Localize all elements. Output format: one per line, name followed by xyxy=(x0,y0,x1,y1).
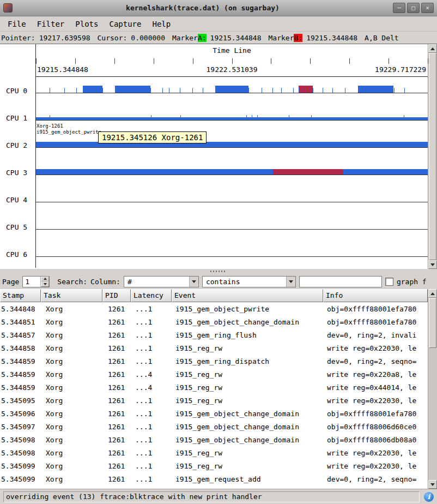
event-tick xyxy=(50,170,50,175)
table-row[interactable]: 5.344857Xorg1261...1i915_gem_ring_flushd… xyxy=(0,328,428,341)
cpu-plot[interactable] xyxy=(35,213,428,241)
page-input[interactable] xyxy=(23,277,40,287)
table-row[interactable]: 5.345098Xorg1261...1i915_reg_rwwrite reg… xyxy=(0,446,428,459)
menu-item-filter[interactable]: Filter xyxy=(32,18,70,30)
titlebar[interactable]: kernelshark(trace.dat) (on sugarbay) ─ □… xyxy=(0,0,437,16)
table-cell: Xorg xyxy=(41,370,102,379)
event-tick xyxy=(50,88,50,93)
table-scroll-thumb[interactable] xyxy=(429,298,436,348)
table-cell: i915_gem_request_add xyxy=(172,475,323,483)
task-bar[interactable] xyxy=(299,86,313,93)
menu-item-file[interactable]: File xyxy=(2,18,32,30)
table-body[interactable]: 5.344848Xorg1261...1i915_gem_object_pwri… xyxy=(0,302,428,489)
graph-scroll-track[interactable] xyxy=(428,53,437,260)
task-bar[interactable] xyxy=(115,86,150,93)
table-vscrollbar[interactable] xyxy=(428,289,437,489)
minimize-button[interactable]: ─ xyxy=(393,3,405,13)
task-bar[interactable] xyxy=(272,169,343,175)
table-row[interactable]: 5.345096Xorg1261...1i915_gem_object_chan… xyxy=(0,407,428,420)
table-row[interactable]: 5.344859Xorg1261...1i915_gem_ring_dispat… xyxy=(0,355,428,368)
menu-item-plots[interactable]: Plots xyxy=(70,18,104,30)
table-row[interactable]: 5.344848Xorg1261...1i915_gem_object_pwri… xyxy=(0,302,428,315)
cpu-plots: CPU 0CPU 1CPU 2CPU 3CPU 4CPU 5CPU 6 xyxy=(0,77,428,268)
table-cell: i915_reg_rw xyxy=(172,344,323,352)
time-axis-tick xyxy=(114,58,115,64)
event-tick xyxy=(203,88,203,93)
table-row[interactable]: 5.345097Xorg1261...1i915_gem_object_chan… xyxy=(0,420,428,433)
cpu-plot[interactable] xyxy=(35,104,428,131)
scroll-down-icon[interactable] xyxy=(428,480,437,489)
cpu-plot[interactable] xyxy=(35,241,428,268)
cpu-row: CPU 5 xyxy=(0,213,428,241)
search-bar: Page Search: Column: # contains graph f xyxy=(0,274,437,289)
event-tick xyxy=(215,88,216,93)
table-scroll-track[interactable] xyxy=(428,298,437,480)
task-bar[interactable] xyxy=(36,117,428,120)
graph-scroll-thumb[interactable] xyxy=(429,53,436,260)
table-row[interactable]: 5.344851Xorg1261...1i915_gem_object_chan… xyxy=(0,315,428,328)
task-bar[interactable] xyxy=(83,86,102,93)
cpu-plot[interactable] xyxy=(35,159,428,186)
spin-down-icon[interactable] xyxy=(41,281,49,287)
table-cell: i915_gem_ring_dispatch xyxy=(172,357,323,365)
column-header-event[interactable]: Event xyxy=(172,289,323,302)
spin-up-icon[interactable] xyxy=(41,277,49,282)
graph-follows-checkbox[interactable] xyxy=(385,278,393,286)
info-icon[interactable]: i xyxy=(424,492,434,502)
table-cell: Xorg xyxy=(41,475,102,483)
task-bar[interactable] xyxy=(36,169,428,175)
table-row[interactable]: 5.344858Xorg1261...1i915_reg_rwwrite reg… xyxy=(0,341,428,355)
column-header-stamp[interactable]: Stamp xyxy=(0,289,41,302)
table-cell: obj=0xffff88006d60ce0 xyxy=(323,423,428,431)
table-row[interactable]: 5.344859Xorg1261...4i915_reg_rwwrite reg… xyxy=(0,381,428,394)
cpu-baseline xyxy=(36,120,428,121)
chevron-down-icon[interactable] xyxy=(189,277,198,287)
scroll-up-icon[interactable] xyxy=(428,44,437,53)
table-row[interactable]: 5.344859Xorg1261...4i915_reg_rwwrite reg… xyxy=(0,368,428,381)
cpu-baseline xyxy=(36,229,428,230)
cpu-baseline xyxy=(36,175,428,175)
graph-vscrollbar[interactable] xyxy=(428,44,437,269)
table-cell: 5.345099 xyxy=(0,475,41,483)
pane-splitter[interactable] xyxy=(0,269,437,274)
table-cell: ...4 xyxy=(131,383,172,392)
event-tick xyxy=(343,170,344,175)
column-header-pid[interactable]: PID xyxy=(102,289,131,302)
table-cell: 1261 xyxy=(102,397,131,405)
match-select-value: contains xyxy=(203,278,286,286)
event-tick xyxy=(345,88,345,93)
table-cell: dev=0, ring=2, invali xyxy=(323,331,428,339)
cpu-plot[interactable] xyxy=(35,131,428,159)
menu-item-help[interactable]: Help xyxy=(147,18,176,30)
search-input[interactable] xyxy=(299,276,382,287)
column-select[interactable]: # xyxy=(124,276,199,287)
column-header-task[interactable]: Task xyxy=(41,289,102,302)
task-bar[interactable] xyxy=(358,86,393,93)
menu-item-capture[interactable]: Capture xyxy=(104,18,147,30)
scroll-down-icon[interactable] xyxy=(428,260,437,269)
match-select[interactable]: contains xyxy=(202,276,296,287)
column-header-info[interactable]: Info xyxy=(323,289,428,302)
page-spinner[interactable] xyxy=(22,276,50,287)
event-tick xyxy=(262,88,262,93)
maximize-button[interactable]: □ xyxy=(407,3,420,13)
close-button[interactable]: × xyxy=(421,3,434,13)
column-header-latency[interactable]: Latency xyxy=(131,289,172,302)
event-tick xyxy=(323,88,323,93)
event-tick xyxy=(83,88,84,93)
task-bar[interactable] xyxy=(36,142,428,147)
table-row[interactable]: 5.345095Xorg1261...1i915_reg_rwwrite reg… xyxy=(0,394,428,407)
table-row[interactable]: 5.345098Xorg1261...1i915_gem_object_chan… xyxy=(0,433,428,446)
cpu-label: CPU 1 xyxy=(0,104,35,131)
table-cell: Xorg xyxy=(41,318,102,326)
timeline-plot-area[interactable]: Time Line 19215.344848 19222.531039 1922… xyxy=(0,44,428,269)
table-cell: Xorg xyxy=(41,423,102,431)
cpu-plot[interactable] xyxy=(35,77,428,104)
task-bar[interactable] xyxy=(215,86,248,93)
cpu-plot[interactable] xyxy=(35,186,428,213)
scroll-up-icon[interactable] xyxy=(428,289,437,298)
table-row[interactable]: 5.345099Xorg1261...1i915_reg_rwwrite reg… xyxy=(0,459,428,472)
table-cell: Xorg xyxy=(41,331,102,339)
table-row[interactable]: 5.345099Xorg1261...1i915_gem_request_add… xyxy=(0,472,428,485)
chevron-down-icon[interactable] xyxy=(286,277,295,287)
